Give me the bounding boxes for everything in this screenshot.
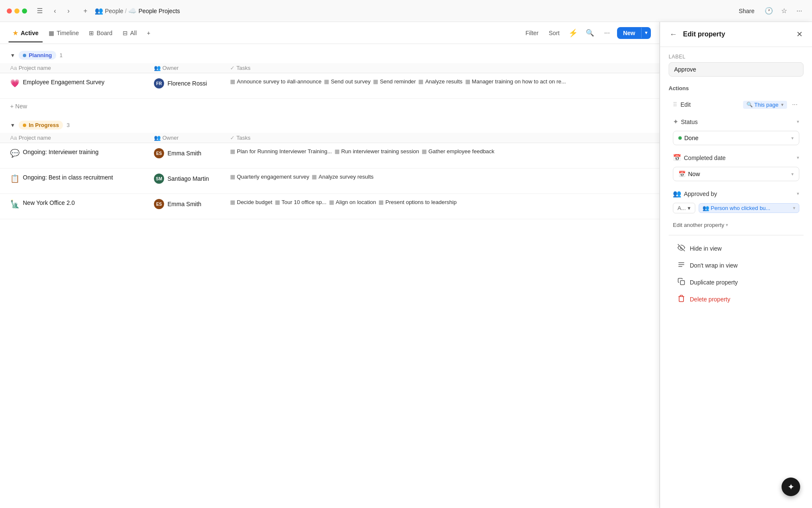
approved-by-header[interactable]: 👥 Approved by ▾ xyxy=(669,186,804,201)
project-name: Ongoing: Interviewer training xyxy=(23,148,99,157)
status-inner: Done xyxy=(678,135,698,141)
status-badge[interactable]: Done ▾ xyxy=(673,131,799,145)
fab-button[interactable]: ✦ xyxy=(782,478,800,496)
hide-in-view-action[interactable]: Hide in view xyxy=(673,240,799,257)
minimize-traffic-light[interactable] xyxy=(14,8,19,14)
avatar: SM xyxy=(154,174,164,184)
tab-board[interactable]: ⊞ Board xyxy=(85,27,116,39)
table-row[interactable]: 💬 Ongoing: Interviewer training ES Emma … xyxy=(0,143,659,168)
label-input[interactable] xyxy=(669,62,804,77)
breadcrumb-current: People Projects xyxy=(138,8,180,14)
breadcrumb: 👥 People / ☁️ People Projects xyxy=(95,7,730,15)
person-prefix-select[interactable]: A... ▾ xyxy=(673,203,695,213)
panel-title: Edit property xyxy=(683,30,790,38)
hide-in-view-label: Hide in view xyxy=(690,245,721,252)
owner-cell: FR Florence Rossi xyxy=(154,78,230,88)
more-options-button[interactable]: ··· xyxy=(793,5,805,17)
tab-all-label: All xyxy=(130,30,137,36)
planning-label: Planning xyxy=(29,52,52,58)
project-cell: 💬 Ongoing: Interviewer training xyxy=(10,148,154,158)
share-button[interactable]: Share xyxy=(734,6,760,16)
in-progress-badge[interactable]: In Progress xyxy=(19,121,63,130)
project-name: New York Office 2.0 xyxy=(23,199,75,207)
check-col-icon-2: ✓ xyxy=(230,135,235,141)
avatar: ES xyxy=(154,199,164,209)
delete-action[interactable]: Delete property xyxy=(673,291,799,307)
search-button[interactable]: 🔍 xyxy=(583,26,597,40)
completed-date-label: Completed date xyxy=(684,155,794,161)
add-button[interactable]: + xyxy=(80,5,91,17)
task-icon: ▦ xyxy=(465,78,470,85)
table-row[interactable]: 🗽 New York Office 2.0 ES Emma Smith ▦ De… xyxy=(0,194,659,219)
dont-wrap-label: Don't wrap in view xyxy=(690,262,738,269)
tasks-cell: ▦ Announce survey to #all-announce ▦ Sen… xyxy=(230,78,649,85)
task-icon: ▦ xyxy=(379,199,384,205)
panel-divider xyxy=(669,235,804,235)
action-edit-row[interactable]: ⠿ Edit 🔍 This page ▾ ··· xyxy=(669,97,804,113)
task-name: Send reminder xyxy=(380,78,416,85)
col-owner-label-2: Owner xyxy=(162,135,178,141)
action-more-button[interactable]: ··· xyxy=(790,100,799,109)
task-name: Send out survey xyxy=(331,78,370,85)
planning-toggle[interactable]: ▼ xyxy=(10,52,15,58)
new-button[interactable]: New ▾ xyxy=(617,27,651,39)
action-target[interactable]: 🔍 This page ▾ xyxy=(743,101,787,109)
status-header[interactable]: ✦ Status ▾ xyxy=(669,114,804,129)
traffic-lights xyxy=(7,8,27,14)
add-new-planning[interactable]: + New xyxy=(0,99,659,114)
panel-back-button[interactable]: ← xyxy=(669,29,678,40)
back-button[interactable]: ‹ xyxy=(49,5,61,17)
task-chip: ▦ Plan for Running Interviewer Training.… xyxy=(230,148,332,155)
fullscreen-traffic-light[interactable] xyxy=(22,8,27,14)
col-header-project-2: Aa Project name xyxy=(10,135,154,141)
tab-timeline[interactable]: ▦ Timeline xyxy=(44,27,83,39)
planning-badge[interactable]: Planning xyxy=(19,51,56,60)
project-cell: 📋 Ongoing: Best in class recruitment xyxy=(10,174,154,183)
target-caret-icon: ▾ xyxy=(781,102,784,108)
table-row[interactable]: 📋 Ongoing: Best in class recruitment SM … xyxy=(0,168,659,194)
in-progress-toggle[interactable]: ▼ xyxy=(10,122,15,128)
status-prop-label: Status xyxy=(681,119,794,125)
owner-name: Emma Smith xyxy=(167,150,201,157)
close-traffic-light[interactable] xyxy=(7,8,12,14)
panel-close-button[interactable]: ✕ xyxy=(796,29,804,40)
project-emoji: 📋 xyxy=(10,174,19,183)
completed-date-header[interactable]: 📅 Completed date ▾ xyxy=(669,150,804,165)
task-icon: ▦ xyxy=(335,148,340,155)
new-button-caret[interactable]: ▾ xyxy=(641,28,651,38)
task-chip: ▦ Decide budget xyxy=(230,199,272,205)
duplicate-action[interactable]: Duplicate property xyxy=(673,274,799,290)
approved-by-label: Approved by xyxy=(684,190,794,197)
planning-group-header: ▼ Planning 1 xyxy=(0,44,659,63)
date-content: 📅 Now ▾ xyxy=(669,165,804,185)
wrap-icon xyxy=(677,261,686,270)
task-icon: ▦ xyxy=(230,148,235,155)
more-views-button[interactable]: ··· xyxy=(600,26,614,40)
planning-count: 1 xyxy=(60,52,63,58)
task-icon: ▦ xyxy=(329,199,334,205)
tab-add[interactable]: + xyxy=(143,27,154,39)
breadcrumb-parent: People xyxy=(105,8,123,14)
delete-icon xyxy=(677,295,686,304)
favorite-button[interactable]: ☆ xyxy=(778,5,790,17)
task-chip: ▦ Quarterly engagement survey xyxy=(230,174,309,180)
person-select-caret: ▾ xyxy=(688,205,691,211)
tab-active[interactable]: ★ Active xyxy=(8,27,43,39)
task-name: Tour 10 office sp... xyxy=(282,199,326,205)
status-content: Done ▾ xyxy=(669,129,804,149)
forward-button[interactable]: › xyxy=(63,5,74,17)
automation-button[interactable]: ⚡ xyxy=(566,26,580,40)
date-inner: 📅 Now xyxy=(678,171,700,177)
date-badge[interactable]: 📅 Now ▾ xyxy=(673,167,799,181)
table-row[interactable]: 💗 Employee Engagement Survey FR Florence… xyxy=(0,73,659,99)
person-chip[interactable]: 👥 Person who clicked bu... ▾ xyxy=(699,203,799,213)
col-header-owner: 👥 Owner xyxy=(154,65,230,71)
titlebar-actions: Share 🕐 ☆ ··· xyxy=(734,5,805,17)
filter-button[interactable]: Filter xyxy=(522,28,542,38)
history-button[interactable]: 🕐 xyxy=(763,5,775,17)
sort-button[interactable]: Sort xyxy=(546,28,563,38)
dont-wrap-action[interactable]: Don't wrap in view xyxy=(673,257,799,273)
tab-all[interactable]: ⊟ All xyxy=(118,27,141,39)
sidebar-toggle-button[interactable]: ☰ xyxy=(34,5,46,17)
edit-another-property[interactable]: Edit another property ▾ xyxy=(669,218,804,232)
